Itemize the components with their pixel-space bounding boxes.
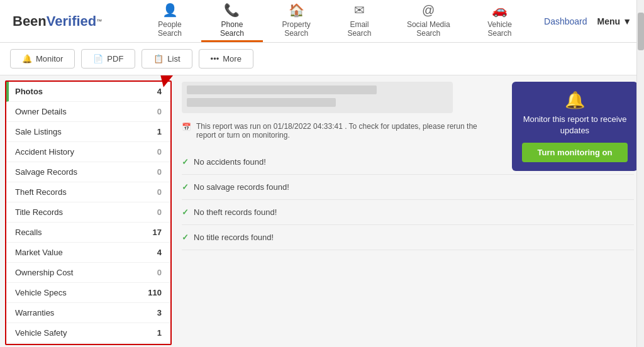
status-salvage: ✓ No salvage records found! [182,175,634,200]
title-text: No title records found! [194,233,274,242]
sidebar-item-market-value[interactable]: Market Value 4 [6,243,170,263]
sidebar-item-salvage-records[interactable]: Salvage Records 0 [6,162,170,182]
status-theft: ✓ No theft records found! [182,200,634,225]
check-icon-theft: ✓ [182,207,189,217]
sidebar-item-accident-history[interactable]: Accident History 0 [6,142,170,162]
more-icon: ••• [211,54,219,63]
theft-text: No theft records found! [194,207,277,217]
tab-property[interactable]: 🏠 Property Search [263,0,330,42]
nav-tabs: 👤 People Search 📞 Phone Search 🏠 Propert… [138,0,531,42]
sidebar-item-theft-records[interactable]: Theft Records 0 [6,182,170,202]
header: BeenVerified™ 👤 People Search 📞 Phone Se… [0,0,644,43]
tab-phone-label: Phone Search [213,20,252,38]
pdf-button[interactable]: 📄 PDF [81,49,135,69]
sidebar-item-sale-listings[interactable]: Sale Listings 1 [6,122,170,142]
logo-area: BeenVerified™ [0,0,138,42]
accidents-text: No accidents found! [194,157,266,167]
check-icon-salvage: ✓ [182,182,189,192]
sidebar-item-owner-details[interactable]: Owner Details 0 [6,102,170,122]
salvage-text: No salvage records found! [194,182,289,192]
turn-monitoring-on-button[interactable]: Turn monitoring on [522,143,628,162]
tab-people-label: People Search [150,20,190,38]
sidebar-item-offers[interactable]: Offers [6,343,170,345]
monitor-card-title: Monitor this report to receive updates [522,114,628,136]
tab-vehicle-label: Vehicle Search [479,20,520,38]
tab-phone[interactable]: 📞 Phone Search [201,0,263,42]
tab-property-label: Property Search [274,20,319,38]
report-date-text: This report was run on 01/18/2022 04:33:… [196,122,496,140]
monitor-card: 🔔 Monitor this report to receive updates… [512,82,638,171]
calendar-icon: 📅 [182,123,191,131]
logo-been: Been [13,13,47,30]
sidebar-item-warranties[interactable]: Warranties 3 [6,303,170,323]
logo-verified: Verified [47,13,96,30]
sidebar: Photos 4 Owner Details 0 Sale Listings 1… [5,80,172,345]
sidebar-item-vehicle-specs[interactable]: Vehicle Specs 110 [6,283,170,303]
sidebar-item-vehicle-safety[interactable]: Vehicle Safety 1 [6,323,170,343]
check-icon-title: ✓ [182,233,189,242]
list-icon: 📋 [153,54,164,63]
people-icon: 👤 [162,3,178,18]
blurred-bar-1 [187,85,377,94]
social-icon: @ [422,3,435,18]
sidebar-item-title-records[interactable]: Title Records 0 [6,202,170,223]
menu-button[interactable]: Menu ▼ [597,16,631,26]
sidebar-item-ownership-cost[interactable]: Ownership Cost 0 [6,263,170,283]
chevron-down-icon: ▼ [623,16,631,26]
sidebar-item-photos[interactable]: Photos 4 [6,82,170,102]
main-layout: Photos 4 Owner Details 0 Sale Listings 1… [0,75,644,347]
tab-social-label: Social Media Search [400,20,457,38]
dashboard-link[interactable]: Dashboard [544,16,587,26]
list-button[interactable]: 📋 List [142,49,192,69]
email-icon: ✉ [354,3,365,18]
blurred-info [182,82,453,113]
bell-icon: 🔔 [522,91,628,110]
tab-email-label: Email Search [341,20,377,38]
tab-vehicle[interactable]: 🚗 Vehicle Search [468,0,531,42]
monitor-button[interactable]: 🔔 Monitor [10,49,75,69]
sidebar-item-recalls[interactable]: Recalls 17 [6,223,170,243]
tab-email[interactable]: ✉ Email Search [330,0,389,42]
tab-people[interactable]: 👤 People Search [138,0,201,42]
more-button[interactable]: ••• More [199,49,253,69]
scrollbar-thumb[interactable] [638,13,644,50]
tab-social[interactable]: @ Social Media Search [389,0,468,42]
logo-tm: ™ [96,18,102,25]
header-right: Dashboard Menu ▼ [531,0,644,42]
content-area: 🔔 Monitor this report to receive updates… [172,75,644,347]
check-icon-accidents: ✓ [182,157,189,167]
pdf-icon: 📄 [93,54,103,63]
phone-icon: 📞 [224,3,240,18]
scrollbar[interactable] [636,0,644,347]
monitor-icon: 🔔 [22,54,32,63]
blurred-bar-2 [187,98,336,107]
property-icon: 🏠 [289,3,304,18]
vehicle-icon: 🚗 [492,3,508,18]
status-title: ✓ No title records found! [182,225,634,250]
toolbar: 🔔 Monitor 📄 PDF 📋 List ••• More [0,43,644,75]
